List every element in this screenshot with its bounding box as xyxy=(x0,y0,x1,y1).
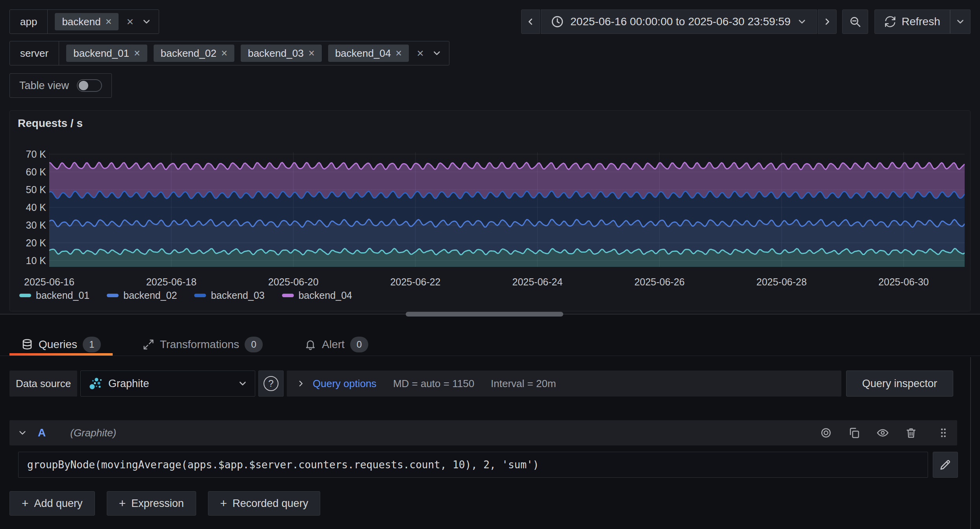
query-options-toggle[interactable]: Query options xyxy=(296,378,377,390)
server-tag-backend-03[interactable]: backend_03 × xyxy=(241,45,321,62)
table-view-label: Table view xyxy=(19,80,69,92)
server-tag-backend-01[interactable]: backend_01 × xyxy=(66,45,147,62)
variable-app-label: app xyxy=(10,10,48,34)
duplicate-query-icon[interactable] xyxy=(848,427,860,439)
time-shift-forward-button[interactable] xyxy=(818,9,837,34)
plus-icon: + xyxy=(220,497,227,510)
chevron-down-icon xyxy=(238,378,248,389)
refresh-button[interactable]: Refresh xyxy=(874,9,950,34)
drag-handle-icon[interactable] xyxy=(937,427,949,439)
chevron-left-icon xyxy=(525,17,536,27)
clear-all-icon[interactable]: × xyxy=(415,47,425,60)
add-query-button[interactable]: + Add query xyxy=(9,491,95,516)
remove-tag-icon[interactable]: × xyxy=(221,48,227,59)
chevron-down-icon xyxy=(955,17,965,27)
recorded-query-label: Recorded query xyxy=(232,497,308,510)
table-view-control: Table view xyxy=(9,73,112,98)
edit-query-text-button[interactable] xyxy=(933,452,958,478)
x-axis-label: 2025-06-24 xyxy=(502,276,573,288)
record-query-icon[interactable] xyxy=(820,427,832,439)
delete-query-icon[interactable] xyxy=(905,427,917,439)
tab-transformations[interactable]: Transformations 0 xyxy=(131,333,275,356)
time-shift-back-button[interactable] xyxy=(521,9,540,34)
max-data-points-text: MD = auto = 1150 xyxy=(393,378,474,390)
legend-series-name: backend_01 xyxy=(36,290,89,301)
graphite-query-input[interactable]: groupByNode(movingAverage(apps.$app.$ser… xyxy=(18,452,928,478)
app-tag-backend[interactable]: backend × xyxy=(55,13,119,30)
legend-series-name: backend_04 xyxy=(299,290,352,301)
query-row-header[interactable]: A (Graphite) xyxy=(9,420,957,445)
tab-alert[interactable]: Alert 0 xyxy=(293,333,380,356)
server-tag-backend-04[interactable]: backend_04 × xyxy=(328,45,409,62)
y-axis-label: 40 K xyxy=(10,201,46,213)
y-axis-label: 70 K xyxy=(10,148,46,160)
query-actions: + Add query + Expression + Recorded quer… xyxy=(9,491,320,516)
tab-label: Queries xyxy=(39,338,77,351)
requests-panel: Requests / s 70 K60 K50 K40 K30 K20 K10 … xyxy=(9,110,971,311)
add-expression-button[interactable]: + Expression xyxy=(107,491,196,516)
datasource-name: Graphite xyxy=(108,378,232,390)
remove-tag-icon[interactable]: × xyxy=(106,17,112,27)
query-expression: groupByNode(movingAverage(apps.$app.$ser… xyxy=(27,459,539,471)
time-range-picker[interactable]: 2025-06-16 00:00:00 to 2025-06-30 23:59:… xyxy=(541,9,817,34)
toggle-visibility-icon[interactable] xyxy=(877,427,889,439)
time-toolbar: 2025-06-16 00:00:00 to 2025-06-30 23:59:… xyxy=(521,9,971,34)
chevron-down-icon[interactable] xyxy=(141,17,152,27)
x-axis-label: 2025-06-28 xyxy=(746,276,817,288)
time-series-chart[interactable] xyxy=(49,152,965,267)
x-axis-label: 2025-06-26 xyxy=(624,276,695,288)
datasource-picker[interactable]: Graphite xyxy=(80,371,255,397)
interval-text: Interval = 20m xyxy=(491,378,556,390)
x-axis-label: 2025-06-22 xyxy=(380,276,451,288)
x-axis-label: 2025-06-16 xyxy=(14,276,85,288)
tab-label: Alert xyxy=(322,338,345,351)
tag-label: backend_02 xyxy=(161,47,217,60)
x-axis-label: 2025-06-20 xyxy=(258,276,329,288)
legend-item-backend_03[interactable]: backend_03 xyxy=(194,290,264,301)
bell-icon xyxy=(304,339,316,350)
legend-swatch xyxy=(194,294,206,297)
editor-scrollbar[interactable] xyxy=(970,357,971,529)
collapse-chevron-icon[interactable] xyxy=(17,428,28,438)
tabs-divider xyxy=(0,356,980,356)
panel-title[interactable]: Requests / s xyxy=(18,117,83,130)
query-inspector-button[interactable]: Query inspector xyxy=(846,371,953,397)
pane-resize-handle[interactable] xyxy=(406,312,563,317)
alert-count-badge: 0 xyxy=(350,337,368,352)
clock-icon xyxy=(551,15,564,28)
refresh-button-group: Refresh xyxy=(874,9,971,34)
pencil-icon xyxy=(939,459,951,471)
server-tag-backend-02[interactable]: backend_02 × xyxy=(154,45,234,62)
legend-item-backend_04[interactable]: backend_04 xyxy=(282,290,352,301)
remove-tag-icon[interactable]: × xyxy=(134,48,140,59)
add-query-label: Add query xyxy=(34,497,83,510)
question-mark-icon: ? xyxy=(264,376,278,391)
query-options-label: Query options xyxy=(313,378,377,390)
zoom-out-time-button[interactable] xyxy=(842,9,868,34)
clear-all-icon[interactable]: × xyxy=(125,15,135,28)
query-inspector-label: Query inspector xyxy=(862,378,937,390)
legend-item-backend_01[interactable]: backend_01 xyxy=(19,290,89,301)
table-view-toggle[interactable] xyxy=(77,79,102,92)
legend-series-name: backend_02 xyxy=(123,290,177,301)
remove-tag-icon[interactable]: × xyxy=(395,48,402,59)
tab-queries[interactable]: Queries 1 xyxy=(9,333,113,356)
y-axis-label: 60 K xyxy=(10,166,46,178)
chevron-right-icon xyxy=(822,17,832,27)
datasource-label: Data source xyxy=(9,371,77,397)
refresh-interval-dropdown[interactable] xyxy=(950,9,971,34)
remove-tag-icon[interactable]: × xyxy=(308,48,315,59)
toggle-knob xyxy=(79,81,88,90)
query-ref-id: A xyxy=(38,427,46,439)
variable-filter-app: app backend × × xyxy=(9,9,159,34)
chevron-down-icon[interactable] xyxy=(432,48,442,58)
y-axis-label: 20 K xyxy=(10,237,46,249)
legend-swatch xyxy=(107,294,119,297)
x-axis-label: 2025-06-30 xyxy=(868,276,939,288)
recorded-query-button[interactable]: + Recorded query xyxy=(208,491,321,516)
datasource-help-button[interactable]: ? xyxy=(258,371,284,397)
transformations-count-badge: 0 xyxy=(245,337,263,352)
tag-label: backend xyxy=(62,16,100,28)
legend-item-backend_02[interactable]: backend_02 xyxy=(107,290,177,301)
database-icon xyxy=(21,339,33,350)
